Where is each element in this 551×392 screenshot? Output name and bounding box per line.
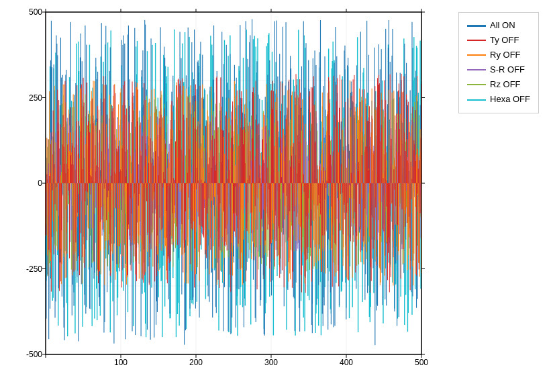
chart-container: All ONTy OFFRy OFFS-R OFFRz OFFHexa OFF — [0, 0, 551, 392]
legend-item: S-R OFF — [467, 62, 530, 77]
legend-item: Ty OFF — [467, 33, 530, 48]
chart-legend: All ONTy OFFRy OFFS-R OFFRz OFFHexa OFF — [458, 12, 539, 113]
legend-item: All ON — [467, 18, 530, 33]
legend-item: Rz OFF — [467, 77, 530, 92]
legend-item: Ry OFF — [467, 48, 530, 62]
legend-item: Hexa OFF — [467, 92, 530, 107]
